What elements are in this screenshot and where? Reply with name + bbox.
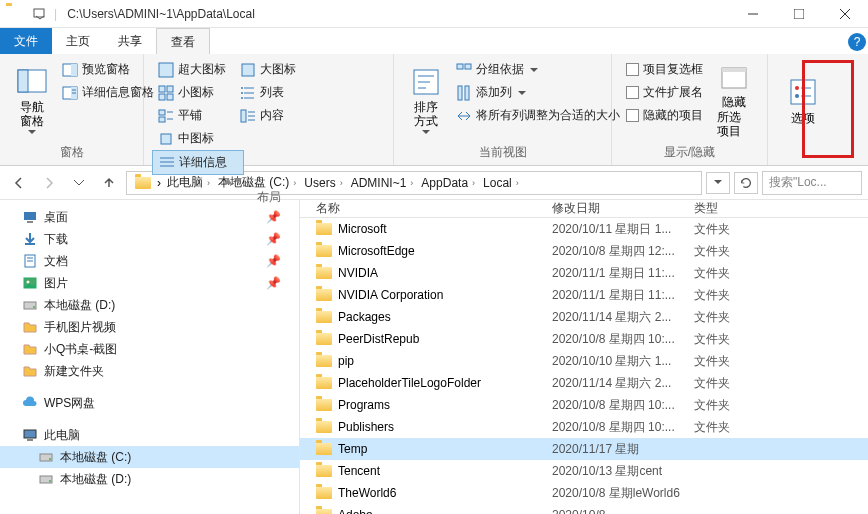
column-headers[interactable]: 名称 修改日期 类型 — [300, 200, 868, 218]
chk-checkboxes[interactable]: 项目复选框 — [620, 58, 709, 81]
folder-icon — [316, 377, 332, 389]
layout-list[interactable]: 列表 — [234, 81, 302, 104]
group-label-panes: 窗格 — [8, 142, 135, 163]
tab-share[interactable]: 共享 — [104, 28, 156, 54]
dropdown-button[interactable] — [706, 172, 730, 194]
doc-icon — [22, 253, 38, 269]
breadcrumb-item[interactable]: Local› — [479, 174, 523, 191]
up-button[interactable] — [96, 170, 122, 196]
hide-selected-button[interactable]: 隐藏 所选项目 — [709, 58, 759, 142]
back-button[interactable] — [6, 170, 32, 196]
folder-icon — [316, 399, 332, 411]
close-button[interactable] — [822, 0, 868, 28]
col-type[interactable]: 类型 — [694, 200, 868, 217]
navigation-pane[interactable]: 桌面📌下载📌文档📌图片📌本地磁盘 (D:)手机图片视频小Q书桌-截图新建文件夹 … — [0, 200, 300, 514]
qat-divider: | — [54, 7, 57, 21]
ribbon-group-showhide: 项目复选框 文件扩展名 隐藏的项目 隐藏 所选项目 显示/隐藏 — [612, 54, 768, 165]
col-date[interactable]: 修改日期 — [552, 200, 694, 217]
layout-tiles[interactable]: 平铺 — [152, 104, 234, 127]
file-row[interactable]: Tencent2020/10/13 星期cent — [300, 460, 868, 482]
tab-view[interactable]: 查看 — [156, 28, 210, 54]
svg-point-68 — [49, 480, 51, 482]
nav-quick-item[interactable]: 本地磁盘 (D:) — [0, 294, 299, 316]
layout-sm[interactable]: 小图标 — [152, 81, 234, 104]
fitcols-button[interactable]: 将所有列调整为合适的大小 — [450, 104, 626, 127]
ribbon: 导航窗格 预览窗格 详细信息窗格 窗格 超大图标 小图标 平铺 大图标 列表 内… — [0, 54, 868, 166]
file-list: 名称 修改日期 类型 Microsoft2020/10/11 星期日 1...文… — [300, 200, 868, 514]
drive-icon — [38, 471, 54, 487]
help-icon[interactable]: ? — [848, 33, 866, 51]
layout-scroll[interactable] — [152, 175, 244, 187]
nav-thispc[interactable]: 此电脑 — [0, 424, 299, 446]
nav-drive-item[interactable]: 本地磁盘 (C:) — [0, 446, 299, 468]
nav-quick-item[interactable]: 手机图片视频 — [0, 316, 299, 338]
file-row[interactable]: PlaceholderTileLogoFolder2020/11/14 星期六 … — [300, 372, 868, 394]
nav-quick-item[interactable]: 文档📌 — [0, 250, 299, 272]
folder-icon — [22, 363, 38, 379]
folder-icon — [316, 487, 332, 499]
file-row[interactable]: NVIDIA Corporation2020/11/1 星期日 11:...文件… — [300, 284, 868, 306]
forward-button[interactable] — [36, 170, 62, 196]
nav-wps[interactable]: WPS网盘 — [0, 392, 299, 414]
layout-detail[interactable]: 详细信息 — [152, 150, 244, 175]
svg-rect-2 — [794, 9, 804, 19]
options-button[interactable]: 选项 — [776, 58, 830, 145]
svg-point-51 — [795, 94, 799, 98]
chk-hidden[interactable]: 隐藏的项目 — [620, 104, 709, 127]
tab-home[interactable]: 主页 — [52, 28, 104, 54]
file-row[interactable]: Programs2020/10/8 星期四 10:...文件夹 — [300, 394, 868, 416]
layout-content[interactable]: 内容 — [234, 104, 302, 127]
chevron-right-icon[interactable]: › — [410, 178, 413, 188]
folder-icon — [316, 333, 332, 345]
file-row[interactable]: pip2020/10/10 星期六 1...文件夹 — [300, 350, 868, 372]
svg-rect-15 — [167, 86, 173, 92]
tab-file[interactable]: 文件 — [0, 28, 52, 54]
cloud-icon — [22, 395, 38, 411]
file-row[interactable]: Temp2020/11/17 星期 — [300, 438, 868, 460]
folder-icon — [316, 421, 332, 433]
file-row[interactable]: MicrosoftEdge2020/10/8 星期四 12:...文件夹 — [300, 240, 868, 262]
recent-button[interactable] — [66, 170, 92, 196]
addcol-button[interactable]: 添加列 — [450, 81, 626, 104]
svg-rect-44 — [465, 86, 469, 100]
file-row[interactable]: TheWorld62020/10/8 星期leWorld6 — [300, 482, 868, 504]
layout-lg[interactable]: 大图标 — [234, 58, 302, 81]
chevron-right-icon[interactable]: › — [472, 178, 475, 188]
content-area: 桌面📌下载📌文档📌图片📌本地磁盘 (D:)手机图片视频小Q书桌-截图新建文件夹 … — [0, 200, 868, 514]
file-row[interactable]: NVIDIA2020/11/1 星期日 11:...文件夹 — [300, 262, 868, 284]
nav-drive-item[interactable]: 本地磁盘 (D:) — [0, 468, 299, 490]
file-row[interactable]: Packages2020/11/14 星期六 2...文件夹 — [300, 306, 868, 328]
layout-md[interactable]: 中图标 — [152, 127, 244, 150]
sort-button[interactable]: 排序方式 — [402, 58, 450, 142]
nav-quick-item[interactable]: 桌面📌 — [0, 206, 299, 228]
maximize-button[interactable] — [776, 0, 822, 28]
layout-xl[interactable]: 超大图标 — [152, 58, 234, 81]
folder-icon — [22, 341, 38, 357]
chevron-right-icon[interactable]: › — [516, 178, 519, 188]
nav-quick-item[interactable]: 新建文件夹 — [0, 360, 299, 382]
svg-rect-33 — [161, 134, 171, 144]
minimize-button[interactable] — [730, 0, 776, 28]
qat-customize-icon[interactable] — [32, 6, 48, 22]
nav-pane-button[interactable]: 导航窗格 — [8, 58, 56, 142]
file-row[interactable]: PeerDistRepub2020/10/8 星期四 10:...文件夹 — [300, 328, 868, 350]
search-input[interactable]: 搜索"Loc... — [762, 171, 862, 195]
nav-quick-item[interactable]: 下载📌 — [0, 228, 299, 250]
chk-extensions[interactable]: 文件扩展名 — [620, 81, 709, 104]
breadcrumb-item[interactable]: AppData› — [417, 174, 479, 191]
file-row[interactable]: Publishers2020/10/8 星期四 10:...文件夹 — [300, 416, 868, 438]
nav-quick-item[interactable]: 图片📌 — [0, 272, 299, 294]
group-label-showhide: 显示/隐藏 — [620, 142, 759, 163]
titlebar: | C:\Users\ADMINI~1\AppData\Local — [0, 0, 868, 28]
folder-icon — [6, 6, 22, 22]
pic-icon — [22, 275, 38, 291]
folder-icon — [316, 311, 332, 323]
pc-icon — [22, 427, 38, 443]
nav-quick-item[interactable]: 小Q书桌-截图 — [0, 338, 299, 360]
drive-icon — [22, 297, 38, 313]
file-row[interactable]: Adobe2020/10/8 — [300, 504, 868, 514]
file-row[interactable]: Microsoft2020/10/11 星期日 1...文件夹 — [300, 218, 868, 240]
refresh-button[interactable] — [734, 172, 758, 194]
svg-rect-17 — [167, 94, 173, 100]
groupby-button[interactable]: 分组依据 — [450, 58, 626, 81]
